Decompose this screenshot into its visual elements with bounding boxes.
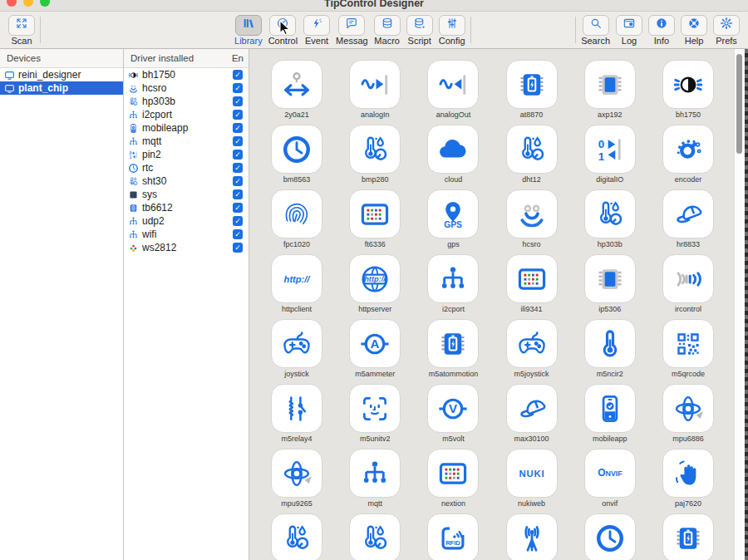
library-item-bh1750[interactable]: bh1750 <box>650 60 726 125</box>
driver-row-sys[interactable]: sys <box>124 188 249 201</box>
driver-row-sht30[interactable]: sht30 <box>124 174 249 188</box>
driver-enabled-checkbox[interactable] <box>233 150 243 160</box>
library-item-dht12[interactable]: dht12 <box>494 125 570 189</box>
toolbar-button-event[interactable]: Event <box>303 15 330 46</box>
sysicon-icon <box>128 189 139 200</box>
driver-enabled-checkbox[interactable] <box>233 83 243 93</box>
library-item-mpu6886[interactable]: mpu6886 <box>650 384 726 449</box>
library-item-encoder[interactable]: encoder <box>650 125 726 189</box>
library-item-ip5306[interactable]: ip5306 <box>572 254 648 319</box>
device-row-plant-chip[interactable]: plant_chip <box>0 81 123 95</box>
library-item-bm8563[interactable]: bm8563 <box>258 125 335 189</box>
driver-enabled-checkbox[interactable] <box>233 203 243 213</box>
driver-row-wifi[interactable]: wifi <box>124 228 249 241</box>
library-item-antenna[interactable] <box>494 513 570 560</box>
toolbar-button-messag[interactable]: Messag <box>336 15 368 46</box>
drivers-list: bh1750 hcsro hp303b i2cport mobileap <box>124 68 249 254</box>
toolbar-button-script[interactable]: Script <box>406 15 433 46</box>
library-item-analogin[interactable]: analogIn <box>337 60 413 125</box>
toolbar-button-log[interactable]: Log <box>616 15 642 46</box>
library-item-ft6336[interactable]: ft6336 <box>337 189 413 254</box>
driver-enabled-checkbox[interactable] <box>233 123 243 133</box>
driver-enabled-checkbox[interactable] <box>233 96 243 106</box>
driver-row-rtc[interactable]: rtc <box>124 161 249 174</box>
driver-row-pin2[interactable]: 01 pin2 <box>124 148 249 161</box>
prefs-icon <box>720 17 733 33</box>
library-item-httpserver[interactable]: http:// httpserver <box>337 254 413 319</box>
driver-enabled-checkbox[interactable] <box>233 189 243 199</box>
scrollbar-thumb[interactable] <box>736 54 742 154</box>
library-item-m5atommotion[interactable]: m5atommotion <box>415 319 491 384</box>
library-item-ircontrol[interactable]: ircontrol <box>650 254 726 319</box>
library-item-httpclient[interactable]: http:// httpclient <box>258 254 335 319</box>
library-item-m5unitv2[interactable]: m5unitv2 <box>337 384 413 449</box>
driver-row-hp303b[interactable]: hp303b <box>124 95 249 108</box>
library-item-ili9341[interactable]: ili9341 <box>494 254 570 319</box>
library-item-nextion[interactable]: nextion <box>415 449 491 513</box>
library-item-gps[interactable]: GPS gps <box>415 189 491 254</box>
library-item-chipbattery[interactable] <box>650 513 726 560</box>
facescan-icon <box>359 393 391 425</box>
driver-row-i2cport[interactable]: i2cport <box>124 108 249 121</box>
library-item-hp303b[interactable]: hp303b <box>572 189 648 254</box>
library-item-analogout[interactable]: analogOut <box>415 60 491 125</box>
driver-enabled-checkbox[interactable] <box>233 70 243 80</box>
library-item-m5ncir2[interactable]: m5ncir2 <box>572 319 648 384</box>
library-item-digitalio[interactable]: 01 digitalIO <box>572 125 648 189</box>
library-item-cloud[interactable]: cloud <box>415 125 491 189</box>
driver-enabled-checkbox[interactable] <box>233 163 243 173</box>
library-item-onvif[interactable]: ONVIF onvif <box>572 449 648 513</box>
toolbar-button-macro[interactable]: Macro <box>374 15 401 46</box>
toolbar-button-control[interactable]: Control <box>268 15 298 46</box>
library-item-mobileapp[interactable]: mobileapp <box>572 384 648 449</box>
driver-row-hcsro[interactable]: hcsro <box>124 81 249 95</box>
driver-enabled-checkbox[interactable] <box>233 229 243 239</box>
library-item-hcsro[interactable]: hcsro <box>494 189 570 254</box>
driver-enabled-checkbox[interactable] <box>233 136 243 146</box>
library-item-2y0a21[interactable]: 2y0a21 <box>258 60 335 125</box>
library-item-m5relay4[interactable]: m5relay4 <box>258 384 335 449</box>
driver-enabled-checkbox[interactable] <box>233 216 243 226</box>
library-item-bmp280[interactable]: bmp280 <box>337 125 413 189</box>
chipblue-icon <box>594 263 626 295</box>
library-item-nukiweb[interactable]: NUKI nukiweb <box>494 449 570 513</box>
library-item-thermohumid[interactable] <box>337 513 413 560</box>
device-row-reini-designer[interactable]: reini_designer <box>0 68 123 81</box>
driver-row-tb6612[interactable]: tb6612 <box>124 201 249 214</box>
driver-row-bh1750[interactable]: bh1750 <box>124 68 249 81</box>
toolbar-button-info[interactable]: Info <box>648 15 675 46</box>
library-item-m5joystick[interactable]: m5joystick <box>494 319 570 384</box>
library-item-hr8833[interactable]: hr8833 <box>650 189 726 254</box>
driver-enabled-checkbox[interactable] <box>233 110 243 120</box>
driver-row-ws2812[interactable]: ws2812 <box>124 241 249 254</box>
driver-row-mqtt[interactable]: mqtt <box>124 135 249 148</box>
library-item-m5volt[interactable]: V m5volt <box>415 384 491 449</box>
library-item-m5qrcode[interactable]: m5qrcode <box>650 319 726 384</box>
library-item-fpc1020[interactable]: fpc1020 <box>258 189 335 254</box>
library-item-max30100[interactable]: max30100 <box>494 384 570 449</box>
library-item-paj7620[interactable]: paj7620 <box>650 449 726 513</box>
toolbar-button-config[interactable]: Config <box>439 15 465 46</box>
driver-enabled-checkbox[interactable] <box>233 176 243 186</box>
driver-row-udp2[interactable]: udp2 <box>124 214 249 228</box>
library-item-at8870[interactable]: at8870 <box>494 60 570 125</box>
driver-enabled-checkbox[interactable] <box>233 243 243 253</box>
toolbar-button-scan[interactable]: Scan <box>8 15 35 46</box>
toolbar-button-help[interactable]: Help <box>681 15 707 46</box>
library-item-mpu9265[interactable]: mpu9265 <box>258 449 335 513</box>
toolbar-button-prefs[interactable]: Prefs <box>713 15 740 46</box>
library-item-mqtt[interactable]: mqtt <box>337 449 413 513</box>
library-item-rfid[interactable]: RFID <box>415 513 491 560</box>
vertical-scrollbar[interactable] <box>734 49 745 560</box>
toolbar-button-library[interactable]: Library <box>234 15 263 46</box>
svg-text:1: 1 <box>130 155 132 159</box>
driver-row-mobileapp[interactable]: mobileapp <box>124 121 249 135</box>
voltmeter-icon: V <box>437 393 469 425</box>
library-item-joystick[interactable]: joystick <box>258 319 335 384</box>
library-item-axp192[interactable]: axp192 <box>572 60 648 125</box>
toolbar-button-search[interactable]: Search <box>581 15 610 46</box>
library-item-m5ammeter[interactable]: A m5ammeter <box>337 319 413 384</box>
library-item-clock[interactable] <box>572 513 648 560</box>
library-item-thermohumid[interactable] <box>258 513 335 560</box>
library-item-i2cport[interactable]: i2cport <box>415 254 491 319</box>
